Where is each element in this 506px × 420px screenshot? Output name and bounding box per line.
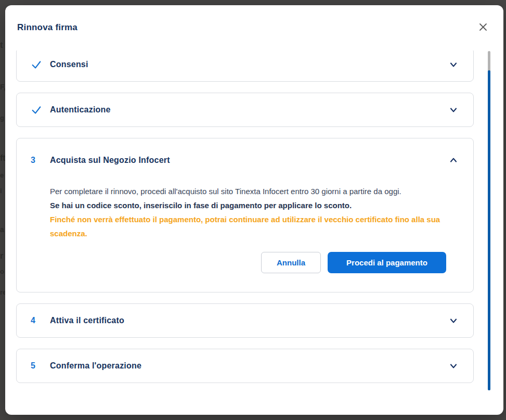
step-number: 4 [31,316,42,325]
steps-scroll-area: Consensi Autenticazione [5,50,484,390]
step-label: Conferma l'operazione [50,361,448,371]
cancel-button[interactable]: Annulla [261,252,321,273]
chevron-down-icon [448,315,459,326]
background-text-fragment: e [0,171,5,180]
step-card-conferma: 5 Conferma l'operazione [16,349,474,383]
steps-list: Consensi Autenticazione [5,50,484,383]
step-label: Consensi [50,60,448,69]
step-label: Autenticazione [50,105,448,114]
background-text-fragment: r [0,251,5,261]
dialog-header: Rinnova firma [5,5,503,50]
step-card-attiva: 4 Attiva il certificato [16,303,474,338]
step-number: 3 [31,156,42,165]
check-icon [31,104,42,116]
step-body-acquista: Per completare il rinnovo, procedi all'a… [17,177,473,240]
step-actions: Annulla Procedi al pagamento [17,240,473,292]
step-header-consensi[interactable]: Consensi [17,50,473,81]
payment-warning-text: Finché non verrà effettuato il pagamento… [50,212,443,240]
step-header-conferma[interactable]: 5 Conferma l'operazione [17,349,473,383]
background-text-fragment: ft [0,154,5,163]
dialog-title: Rinnova firma [17,22,77,33]
step-label: Acquista sul Negozio Infocert [50,156,448,165]
background-text-fragment: F, [0,82,5,92]
close-icon [478,22,488,32]
step-header-autenticazione[interactable]: Autenticazione [17,93,473,126]
background-text-fragment: a [0,225,5,234]
step-card-autenticazione: Autenticazione [16,93,474,127]
background-text-fragment: t [0,41,5,50]
check-icon [31,59,42,70]
step-card-consensi: Consensi [16,50,474,82]
background-text-fragment: i [0,186,5,196]
close-button[interactable] [474,18,492,36]
scrollbar-track[interactable] [488,51,490,390]
chevron-down-icon [448,361,459,371]
chevron-down-icon [448,59,459,70]
step-header-attiva[interactable]: 4 Attiva il certificato [17,304,473,337]
chevron-up-icon [448,155,459,166]
background-text-fragment: o [0,267,5,276]
step-label: Attiva il certificato [50,316,448,325]
step-card-acquista: 3 Acquista sul Negozio Infocert Per comp… [16,138,474,292]
background-text-fragment: re [0,288,5,297]
step-number: 5 [31,361,42,371]
renewal-instructions-text: Per completare il rinnovo, procedi all'a… [50,184,443,198]
chevron-down-icon [448,105,459,115]
scrollbar-thumb[interactable] [488,70,490,390]
background-text-fragment: g [0,113,5,123]
rinnova-firma-dialog: Rinnova firma Consensi [5,5,503,415]
discount-code-text: Se hai un codice sconto, inseriscilo in … [50,198,443,212]
step-header-acquista[interactable]: 3 Acquista sul Negozio Infocert [17,138,473,177]
proceed-to-payment-button[interactable]: Procedi al pagamento [328,252,446,273]
